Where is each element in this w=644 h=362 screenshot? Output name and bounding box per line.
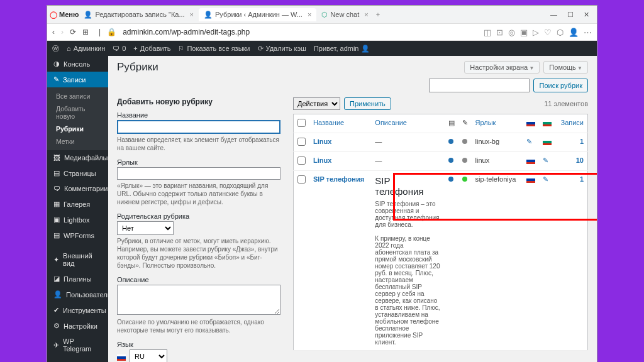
- slug-desc: «Ярлык» — это вариант названия, подходящ…: [117, 182, 280, 206]
- page-title: Рубрики: [117, 61, 158, 74]
- opera-menu[interactable]: ◯ Меню: [50, 11, 79, 19]
- tab-2[interactable]: ⬡New chat×: [316, 8, 373, 21]
- menu-icon: ◑: [53, 60, 60, 68]
- bulk-action-select[interactable]: Действия: [293, 97, 340, 110]
- help-button[interactable]: Помощь: [543, 61, 588, 74]
- forward-icon[interactable]: ›: [61, 28, 64, 36]
- ext-icon[interactable]: ▣: [520, 28, 528, 37]
- menu-icon: ◪: [53, 275, 60, 283]
- sidebar-subitem[interactable]: Метки: [47, 135, 108, 148]
- show-langs[interactable]: ⚐ Показать все языки: [178, 45, 250, 53]
- sidebar-subitem[interactable]: Добавить новую: [47, 102, 108, 123]
- col-desc[interactable]: Описание: [375, 119, 407, 126]
- apply-button[interactable]: Применить: [344, 97, 391, 110]
- wp-logo[interactable]: ⓦ: [52, 44, 59, 53]
- menu-icon[interactable]: ⋯: [584, 28, 592, 37]
- sidebar-item[interactable]: ✎Записи: [47, 72, 108, 87]
- posts-count[interactable]: 10: [576, 156, 584, 164]
- screen-options-button[interactable]: Настройки экрана: [464, 61, 540, 74]
- sidebar-subitem[interactable]: Все записи: [47, 90, 108, 102]
- sidebar-item[interactable]: ▣Lightbox: [47, 212, 108, 228]
- sidebar-item[interactable]: ▤Страницы: [47, 165, 108, 181]
- search-input[interactable]: [429, 79, 530, 92]
- max-icon[interactable]: ☐: [567, 11, 574, 19]
- ext-icon[interactable]: ◫: [484, 28, 491, 37]
- menu-icon: ⚙: [53, 322, 60, 330]
- col-slug[interactable]: Ярлык: [475, 119, 496, 126]
- name-input[interactable]: [117, 120, 280, 134]
- posts-count[interactable]: 1: [580, 138, 584, 145]
- sidebar-item[interactable]: 👤Пользователи: [47, 287, 108, 302]
- edit-icon[interactable]: ✎: [543, 175, 548, 183]
- sidebar-item[interactable]: ✈WP Telegram: [47, 334, 108, 356]
- site-link[interactable]: ⌂ Админкин: [67, 45, 105, 52]
- close-icon[interactable]: ×: [308, 11, 311, 18]
- seo-dot: [448, 177, 453, 182]
- name-label: Название: [117, 111, 280, 119]
- sidebar-item[interactable]: ▤WPForms: [47, 228, 108, 243]
- row-checkbox[interactable]: [297, 156, 306, 165]
- min-icon[interactable]: —: [550, 11, 557, 19]
- sidebar-subitem[interactable]: Рубрики: [47, 123, 108, 135]
- apps-icon[interactable]: ⊞: [82, 28, 89, 36]
- edit-icon[interactable]: ✎: [543, 156, 548, 164]
- term-link[interactable]: Linux: [313, 156, 331, 164]
- new-tab[interactable]: +: [376, 11, 380, 18]
- ext-icon[interactable]: ♡: [544, 28, 552, 37]
- menu-icon: ▤: [53, 169, 60, 177]
- close-icon[interactable]: ×: [364, 11, 368, 18]
- col-name[interactable]: Название: [313, 119, 344, 126]
- address-bar: ‹ › ⟳ ⊞ | 🔒 adminkin.com/wp-admin/edit-t…: [47, 23, 597, 41]
- lock-icon: 🔒: [107, 28, 116, 36]
- sidebar-item[interactable]: 🗨Комментарии: [47, 181, 108, 196]
- sidebar-item[interactable]: ✔Инструменты: [47, 302, 108, 318]
- posts-count[interactable]: 1: [580, 175, 584, 183]
- close-win-icon[interactable]: ✕: [584, 11, 589, 19]
- back-icon[interactable]: ‹: [52, 28, 55, 36]
- menu-icon: ✔: [53, 306, 59, 314]
- slug-label: Ярлык: [117, 158, 280, 166]
- sidebar-item[interactable]: ✦Внешний вид: [47, 248, 108, 271]
- read-icon: ✎: [462, 119, 468, 126]
- search-button[interactable]: Поиск рубрик: [533, 79, 588, 92]
- ext-icon[interactable]: ◎: [508, 28, 515, 37]
- seo-icon: ▤: [448, 119, 455, 126]
- table-row: Linux—linux-bg✎1: [294, 133, 588, 152]
- url-field[interactable]: adminkin.com/wp-admin/edit-tags.php: [123, 28, 477, 36]
- close-icon[interactable]: ×: [190, 11, 194, 18]
- sidebar-item[interactable]: ◑Консоль: [47, 56, 108, 72]
- col-posts[interactable]: Записи: [560, 119, 584, 126]
- sidebar-item[interactable]: ◪Плагины: [47, 271, 108, 287]
- user-greeting[interactable]: Привет, admin 👤: [314, 45, 592, 53]
- slug-input[interactable]: [117, 167, 280, 180]
- ext-icon[interactable]: ⊡: [496, 28, 503, 37]
- edit-icon[interactable]: ✎: [526, 138, 532, 145]
- select-all[interactable]: [297, 119, 306, 127]
- parent-select[interactable]: Нет: [117, 221, 174, 235]
- sidebar-item[interactable]: ⚙Настройки: [47, 318, 108, 334]
- ext-icon[interactable]: ▷: [533, 28, 539, 37]
- desc-input[interactable]: [117, 285, 280, 315]
- add-term-form: Добавить новую рубрику Название Название…: [117, 97, 280, 362]
- sidebar-item[interactable]: ▦Галерея: [47, 196, 108, 212]
- term-link[interactable]: SIP телефония: [313, 175, 364, 183]
- add-new[interactable]: + Добавить: [133, 45, 170, 52]
- name-desc: Название определяет, как элемент будет о…: [117, 136, 280, 152]
- lang-select[interactable]: RU: [130, 349, 167, 362]
- tab-1[interactable]: 👤Рубрики ‹ Админкин — W...×: [199, 8, 316, 21]
- clear-cache[interactable]: ⟳ Удалить кэш: [258, 45, 306, 53]
- tab-0[interactable]: 👤Редактировать запись "Ка...×: [79, 8, 199, 21]
- ext-icon[interactable]: ⬡: [557, 28, 564, 37]
- desc-label: Описание: [117, 276, 280, 283]
- avatar-icon[interactable]: 👤: [569, 28, 579, 37]
- menu-icon: ▤: [53, 231, 60, 239]
- flag-ru-icon: [526, 158, 535, 164]
- sidebar-item[interactable]: 🖾Медиафайлы: [47, 150, 108, 165]
- comments-link[interactable]: 🗨 0: [113, 45, 126, 52]
- menu-icon: ▣: [53, 216, 60, 224]
- row-checkbox[interactable]: [297, 175, 306, 184]
- reload-icon[interactable]: ⟳: [70, 28, 76, 36]
- term-link[interactable]: Linux: [313, 138, 331, 145]
- add-heading: Добавить новую рубрику: [117, 97, 280, 106]
- row-checkbox[interactable]: [297, 138, 306, 146]
